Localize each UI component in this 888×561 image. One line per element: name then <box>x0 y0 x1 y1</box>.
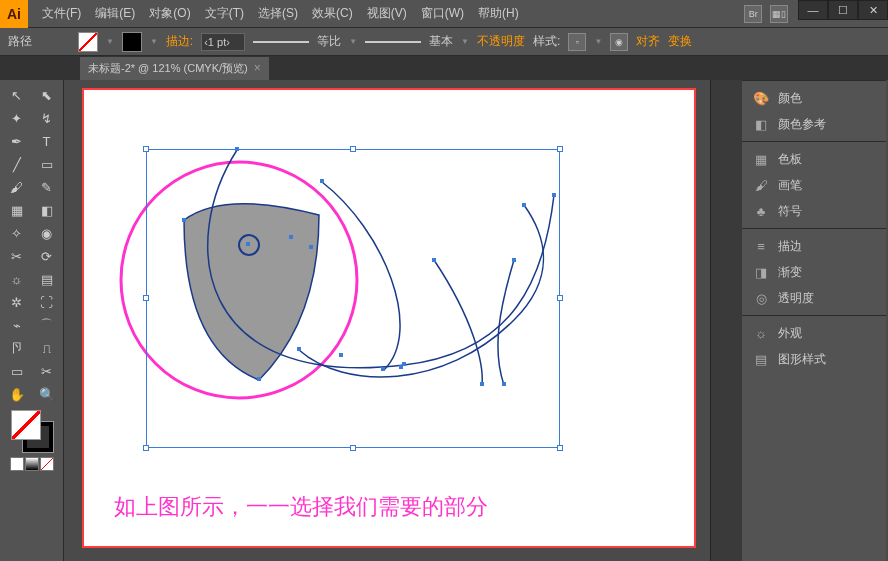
menu-object[interactable]: 对象(O) <box>143 1 196 26</box>
panel-swatches[interactable]: ▦色板 <box>742 146 886 172</box>
column-graph-tool[interactable]: ⎍ <box>32 337 61 359</box>
pencil-tool[interactable]: ✎ <box>32 176 61 198</box>
scale-tool[interactable]: ◉ <box>32 222 61 244</box>
scrollbar-area[interactable] <box>696 80 710 561</box>
style-label: 样式: <box>533 33 560 50</box>
canvas-gutter <box>64 80 82 561</box>
menu-type[interactable]: 文字(T) <box>199 1 250 26</box>
perspective-tool[interactable]: ▤ <box>32 268 61 290</box>
canvas[interactable]: 如上图所示，一一选择我们需要的部分 <box>82 88 696 548</box>
fill-color-icon[interactable] <box>11 410 41 440</box>
none-mode-icon[interactable] <box>40 457 54 471</box>
panel-color-guide[interactable]: ◧颜色参考 <box>742 111 886 137</box>
document-tab[interactable]: 未标题-2* @ 121% (CMYK/预览) × <box>80 57 269 80</box>
blend-tool[interactable]: ⌒ <box>32 314 61 336</box>
rectangle-tool[interactable]: ▭ <box>32 153 61 175</box>
type-tool[interactable]: T <box>32 130 61 152</box>
menu-edit[interactable]: 编辑(E) <box>89 1 141 26</box>
rotate-tool[interactable]: ✧ <box>2 222 31 244</box>
panel-brushes[interactable]: 🖌画笔 <box>742 172 886 198</box>
selection-handle[interactable] <box>350 445 356 451</box>
selection-handle[interactable] <box>143 445 149 451</box>
brush-preview[interactable] <box>365 37 421 47</box>
selection-tool[interactable]: ↖ <box>2 84 31 106</box>
pen-tool[interactable]: ✒ <box>2 130 31 152</box>
magic-wand-tool[interactable]: ✦ <box>2 107 31 129</box>
hand-tool[interactable]: ✋ <box>2 383 31 405</box>
arrange-icon[interactable]: ▦▯ <box>770 5 788 23</box>
minimize-button[interactable]: — <box>798 0 828 20</box>
panel-color[interactable]: 🎨颜色 <box>742 85 886 111</box>
panel-appearance[interactable]: ☼外观 <box>742 320 886 346</box>
slice-tool[interactable]: ✂ <box>32 360 61 382</box>
stroke-label[interactable]: 描边: <box>166 33 193 50</box>
direct-selection-tool[interactable]: ⬉ <box>32 84 61 106</box>
symbol-icon: ♣ <box>752 202 770 220</box>
transform-label[interactable]: 变换 <box>668 33 692 50</box>
panel-transparency[interactable]: ◎透明度 <box>742 285 886 311</box>
selection-handle[interactable] <box>557 295 563 301</box>
artboard-tool[interactable]: ▭ <box>2 360 31 382</box>
recolor-icon[interactable]: ◉ <box>610 33 628 51</box>
line-tool[interactable]: ╱ <box>2 153 31 175</box>
style-swatch[interactable]: ▫ <box>568 33 586 51</box>
fill-swatch[interactable] <box>78 32 98 52</box>
color-mode-icon[interactable] <box>10 457 24 471</box>
menu-help[interactable]: 帮助(H) <box>472 1 525 26</box>
stroke-swatch[interactable] <box>122 32 142 52</box>
panel-label: 渐变 <box>778 264 802 281</box>
blob-brush-tool[interactable]: ▦ <box>2 199 31 221</box>
panel-graphic-styles[interactable]: ▤图形样式 <box>742 346 886 372</box>
align-label[interactable]: 对齐 <box>636 33 660 50</box>
selection-bounding-box[interactable] <box>146 149 560 448</box>
chevron-down-icon: ▼ <box>349 37 357 46</box>
panel-label: 色板 <box>778 151 802 168</box>
gradient-icon: ◨ <box>752 263 770 281</box>
menu-effect[interactable]: 效果(C) <box>306 1 359 26</box>
chevron-down-icon: ▼ <box>150 37 158 46</box>
zoom-tool[interactable]: 🔍 <box>32 383 61 405</box>
chevron-down-icon: ▼ <box>594 37 602 46</box>
free-transform-tool[interactable]: ⟳ <box>32 245 61 267</box>
panel-label: 颜色参考 <box>778 116 826 133</box>
bridge-icon[interactable]: Br <box>744 5 762 23</box>
titlebar: Ai 文件(F) 编辑(E) 对象(O) 文字(T) 选择(S) 效果(C) 视… <box>0 0 888 28</box>
panel-gradient[interactable]: ◨渐变 <box>742 259 886 285</box>
gradient-mode-icon[interactable] <box>25 457 39 471</box>
eyedropper-tool[interactable]: ⌁ <box>2 314 31 336</box>
selection-handle[interactable] <box>557 146 563 152</box>
gradient-tool[interactable]: ⛶ <box>32 291 61 313</box>
menu-window[interactable]: 窗口(W) <box>415 1 470 26</box>
context-label: 路径 <box>8 33 32 50</box>
menu-select[interactable]: 选择(S) <box>252 1 304 26</box>
window-controls: — ☐ ✕ <box>798 0 888 20</box>
close-button[interactable]: ✕ <box>858 0 888 20</box>
selection-handle[interactable] <box>143 295 149 301</box>
panel-symbols[interactable]: ♣符号 <box>742 198 886 224</box>
eraser-tool[interactable]: ◧ <box>32 199 61 221</box>
selection-handle[interactable] <box>350 146 356 152</box>
maximize-button[interactable]: ☐ <box>828 0 858 20</box>
panel-stroke[interactable]: ≡描边 <box>742 233 886 259</box>
canvas-caption: 如上图所示，一一选择我们需要的部分 <box>114 492 488 522</box>
palette-icon: 🎨 <box>752 89 770 107</box>
lasso-tool[interactable]: ↯ <box>32 107 61 129</box>
collapsed-dock[interactable] <box>710 80 742 561</box>
shape-builder-tool[interactable]: ☼ <box>2 268 31 290</box>
selection-handle[interactable] <box>557 445 563 451</box>
stroke-weight-input[interactable]: ‹ 1 pt › <box>201 33 245 51</box>
selection-handle[interactable] <box>143 146 149 152</box>
tab-close-icon[interactable]: × <box>254 61 261 75</box>
stroke-preview[interactable] <box>253 37 309 47</box>
symbol-sprayer-tool[interactable]: 卪 <box>2 337 31 359</box>
mesh-tool[interactable]: ✲ <box>2 291 31 313</box>
paintbrush-tool[interactable]: 🖌 <box>2 176 31 198</box>
graphic-styles-icon: ▤ <box>752 350 770 368</box>
opacity-label[interactable]: 不透明度 <box>477 33 525 50</box>
menu-file[interactable]: 文件(F) <box>36 1 87 26</box>
width-tool[interactable]: ✂ <box>2 245 31 267</box>
fill-stroke-control[interactable] <box>11 410 53 452</box>
document-tab-bar: 未标题-2* @ 121% (CMYK/预览) × <box>0 56 888 80</box>
panel-label: 符号 <box>778 203 802 220</box>
menu-view[interactable]: 视图(V) <box>361 1 413 26</box>
